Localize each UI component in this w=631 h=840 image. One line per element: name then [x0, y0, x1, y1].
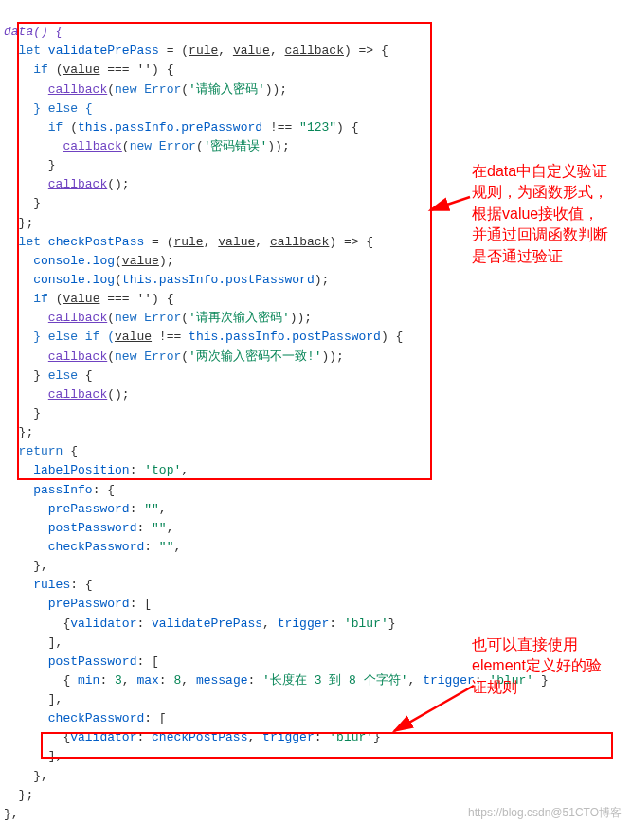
- code-block: data() { let validatePrePass = (rule, va…: [4, 4, 627, 824]
- annotation-1: 在data中自定义验证规则，为函数形式，根据value接收值，并通过回调函数判断…: [472, 161, 614, 267]
- var-validate-pre: validatePrePass: [48, 44, 159, 58]
- var-check-post: checkPostPass: [48, 235, 144, 249]
- watermark: https://blog.csdn@51CTO博客: [468, 804, 622, 822]
- annotation-2: 也可以直接使用element定义好的验证规则: [472, 634, 614, 698]
- fn-data: data() {: [4, 25, 63, 39]
